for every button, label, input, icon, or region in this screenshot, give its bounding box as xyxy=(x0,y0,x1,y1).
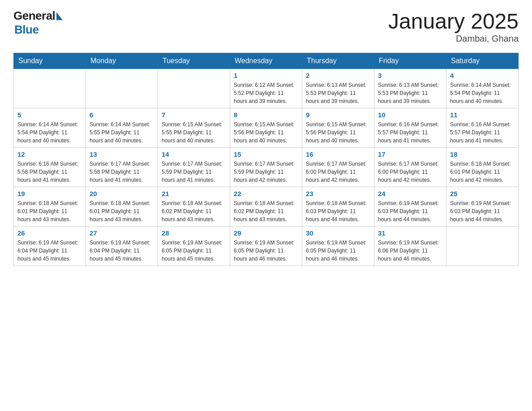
day-number: 25 xyxy=(450,190,515,197)
calendar-cell xyxy=(14,69,86,108)
day-info: Sunrise: 6:18 AM Sunset: 6:02 PM Dayligh… xyxy=(234,199,298,223)
day-number: 3 xyxy=(378,72,442,79)
day-number: 16 xyxy=(306,150,370,158)
day-number: 13 xyxy=(90,150,154,158)
day-info: Sunrise: 6:17 AM Sunset: 6:00 PM Dayligh… xyxy=(378,160,442,184)
day-number: 4 xyxy=(450,72,515,79)
calendar-week-row: 19Sunrise: 6:18 AM Sunset: 6:01 PM Dayli… xyxy=(14,187,519,227)
day-number: 9 xyxy=(306,111,370,119)
day-info: Sunrise: 6:19 AM Sunset: 6:03 PM Dayligh… xyxy=(378,199,442,223)
calendar-cell: 22Sunrise: 6:18 AM Sunset: 6:02 PM Dayli… xyxy=(230,187,302,227)
day-number: 21 xyxy=(162,190,226,197)
day-info: Sunrise: 6:13 AM Sunset: 5:53 PM Dayligh… xyxy=(306,81,370,105)
calendar-cell: 8Sunrise: 6:15 AM Sunset: 5:56 PM Daylig… xyxy=(230,108,302,148)
page-header: General Blue January 2025 Dambai, Ghana xyxy=(13,9,519,44)
calendar-cell: 5Sunrise: 6:14 AM Sunset: 5:54 PM Daylig… xyxy=(14,108,86,148)
calendar-cell: 1Sunrise: 6:12 AM Sunset: 5:52 PM Daylig… xyxy=(230,69,302,108)
day-number: 30 xyxy=(306,229,370,237)
day-number: 17 xyxy=(378,150,442,158)
calendar-cell: 24Sunrise: 6:19 AM Sunset: 6:03 PM Dayli… xyxy=(374,187,446,227)
day-info: Sunrise: 6:14 AM Sunset: 5:55 PM Dayligh… xyxy=(90,120,154,145)
day-number: 2 xyxy=(306,72,370,79)
day-info: Sunrise: 6:15 AM Sunset: 5:55 PM Dayligh… xyxy=(162,120,226,145)
calendar-subtitle: Dambai, Ghana xyxy=(388,34,519,44)
day-info: Sunrise: 6:17 AM Sunset: 5:58 PM Dayligh… xyxy=(90,160,154,184)
calendar-cell: 15Sunrise: 6:17 AM Sunset: 5:59 PM Dayli… xyxy=(230,148,302,187)
day-info: Sunrise: 6:14 AM Sunset: 5:54 PM Dayligh… xyxy=(450,81,515,105)
calendar-cell: 4Sunrise: 6:14 AM Sunset: 5:54 PM Daylig… xyxy=(446,69,519,108)
logo: General Blue xyxy=(13,9,63,37)
day-info: Sunrise: 6:15 AM Sunset: 5:56 PM Dayligh… xyxy=(306,120,370,145)
weekday-header-sunday: Sunday xyxy=(14,53,86,69)
day-info: Sunrise: 6:17 AM Sunset: 5:59 PM Dayligh… xyxy=(234,160,298,184)
calendar-cell: 23Sunrise: 6:18 AM Sunset: 6:03 PM Dayli… xyxy=(302,187,374,227)
calendar-cell: 20Sunrise: 6:18 AM Sunset: 6:01 PM Dayli… xyxy=(86,187,158,227)
day-number: 24 xyxy=(378,190,442,197)
title-block: January 2025 Dambai, Ghana xyxy=(388,9,519,44)
day-info: Sunrise: 6:12 AM Sunset: 5:52 PM Dayligh… xyxy=(234,81,298,105)
day-number: 15 xyxy=(234,150,298,158)
day-number: 31 xyxy=(378,229,442,237)
day-info: Sunrise: 6:16 AM Sunset: 5:58 PM Dayligh… xyxy=(17,160,82,184)
weekday-header-tuesday: Tuesday xyxy=(158,53,230,69)
calendar-cell xyxy=(86,69,158,108)
weekday-header-wednesday: Wednesday xyxy=(230,53,302,69)
calendar-cell: 25Sunrise: 6:19 AM Sunset: 6:03 PM Dayli… xyxy=(446,187,519,227)
calendar-cell: 2Sunrise: 6:13 AM Sunset: 5:53 PM Daylig… xyxy=(302,69,374,108)
day-number: 7 xyxy=(162,111,226,119)
calendar-cell: 29Sunrise: 6:19 AM Sunset: 6:05 PM Dayli… xyxy=(230,227,302,266)
calendar-week-row: 5Sunrise: 6:14 AM Sunset: 5:54 PM Daylig… xyxy=(14,108,519,148)
day-number: 26 xyxy=(17,229,82,237)
calendar-cell: 6Sunrise: 6:14 AM Sunset: 5:55 PM Daylig… xyxy=(86,108,158,148)
day-number: 14 xyxy=(162,150,226,158)
day-info: Sunrise: 6:18 AM Sunset: 6:03 PM Dayligh… xyxy=(306,199,370,223)
calendar-cell: 26Sunrise: 6:19 AM Sunset: 6:04 PM Dayli… xyxy=(14,227,86,266)
day-number: 11 xyxy=(450,111,515,119)
day-info: Sunrise: 6:13 AM Sunset: 5:53 PM Dayligh… xyxy=(378,81,442,105)
day-info: Sunrise: 6:19 AM Sunset: 6:06 PM Dayligh… xyxy=(378,239,442,263)
logo-general-text: General xyxy=(13,9,55,23)
day-info: Sunrise: 6:19 AM Sunset: 6:05 PM Dayligh… xyxy=(234,239,298,263)
day-number: 6 xyxy=(90,111,154,119)
day-info: Sunrise: 6:18 AM Sunset: 6:01 PM Dayligh… xyxy=(17,199,82,223)
calendar-cell: 28Sunrise: 6:19 AM Sunset: 6:05 PM Dayli… xyxy=(158,227,230,266)
calendar-cell: 30Sunrise: 6:19 AM Sunset: 6:05 PM Dayli… xyxy=(302,227,374,266)
day-info: Sunrise: 6:19 AM Sunset: 6:04 PM Dayligh… xyxy=(17,239,82,263)
day-number: 27 xyxy=(90,229,154,237)
day-info: Sunrise: 6:14 AM Sunset: 5:54 PM Dayligh… xyxy=(17,120,82,145)
day-number: 8 xyxy=(234,111,298,119)
day-number: 29 xyxy=(234,229,298,237)
weekday-header-thursday: Thursday xyxy=(302,53,374,69)
logo-blue-text: Blue xyxy=(14,23,39,36)
day-info: Sunrise: 6:18 AM Sunset: 6:01 PM Dayligh… xyxy=(450,160,515,184)
calendar-table: SundayMondayTuesdayWednesdayThursdayFrid… xyxy=(13,53,519,266)
day-number: 20 xyxy=(90,190,154,197)
day-info: Sunrise: 6:15 AM Sunset: 5:56 PM Dayligh… xyxy=(234,120,298,145)
calendar-cell: 10Sunrise: 6:16 AM Sunset: 5:57 PM Dayli… xyxy=(374,108,446,148)
calendar-cell: 21Sunrise: 6:18 AM Sunset: 6:02 PM Dayli… xyxy=(158,187,230,227)
day-info: Sunrise: 6:19 AM Sunset: 6:03 PM Dayligh… xyxy=(450,199,515,223)
calendar-cell: 14Sunrise: 6:17 AM Sunset: 5:59 PM Dayli… xyxy=(158,148,230,187)
day-info: Sunrise: 6:17 AM Sunset: 6:00 PM Dayligh… xyxy=(306,160,370,184)
day-number: 5 xyxy=(17,111,82,119)
day-info: Sunrise: 6:19 AM Sunset: 6:05 PM Dayligh… xyxy=(162,239,226,263)
calendar-cell: 13Sunrise: 6:17 AM Sunset: 5:58 PM Dayli… xyxy=(86,148,158,187)
calendar-header-row: SundayMondayTuesdayWednesdayThursdayFrid… xyxy=(14,53,519,69)
day-number: 28 xyxy=(162,229,226,237)
day-info: Sunrise: 6:16 AM Sunset: 5:57 PM Dayligh… xyxy=(450,120,515,145)
calendar-week-row: 26Sunrise: 6:19 AM Sunset: 6:04 PM Dayli… xyxy=(14,227,519,266)
day-number: 18 xyxy=(450,150,515,158)
day-info: Sunrise: 6:19 AM Sunset: 6:04 PM Dayligh… xyxy=(90,239,154,263)
calendar-cell: 27Sunrise: 6:19 AM Sunset: 6:04 PM Dayli… xyxy=(86,227,158,266)
day-info: Sunrise: 6:18 AM Sunset: 6:01 PM Dayligh… xyxy=(90,199,154,223)
calendar-cell: 11Sunrise: 6:16 AM Sunset: 5:57 PM Dayli… xyxy=(446,108,519,148)
calendar-cell: 7Sunrise: 6:15 AM Sunset: 5:55 PM Daylig… xyxy=(158,108,230,148)
day-info: Sunrise: 6:16 AM Sunset: 5:57 PM Dayligh… xyxy=(378,120,442,145)
logo-triangle-icon xyxy=(56,12,63,20)
calendar-cell xyxy=(446,227,519,266)
day-number: 10 xyxy=(378,111,442,119)
calendar-cell: 3Sunrise: 6:13 AM Sunset: 5:53 PM Daylig… xyxy=(374,69,446,108)
calendar-cell: 19Sunrise: 6:18 AM Sunset: 6:01 PM Dayli… xyxy=(14,187,86,227)
calendar-cell: 17Sunrise: 6:17 AM Sunset: 6:00 PM Dayli… xyxy=(374,148,446,187)
calendar-week-row: 12Sunrise: 6:16 AM Sunset: 5:58 PM Dayli… xyxy=(14,148,519,187)
